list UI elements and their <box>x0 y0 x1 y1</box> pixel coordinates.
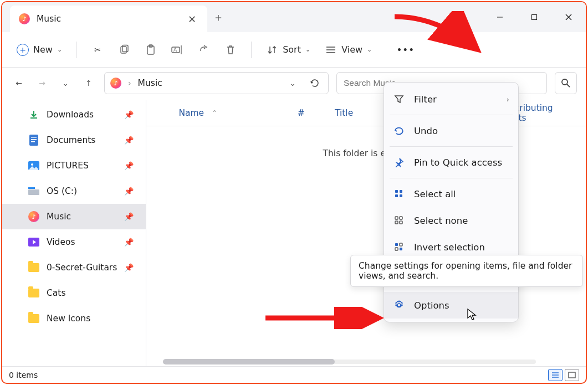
svg-rect-29 <box>569 372 575 378</box>
pictures-icon <box>28 160 40 172</box>
svg-rect-38 <box>395 243 398 246</box>
column-label: Title <box>335 108 353 118</box>
sidebar-item-downloads[interactable]: Downloads 📌 <box>2 102 146 127</box>
thumbnails-view-button[interactable] <box>565 369 579 381</box>
svg-text:A: A <box>173 47 177 53</box>
address-bar[interactable]: › Music ⌄ <box>104 72 329 94</box>
svg-rect-22 <box>28 189 39 195</box>
sidebar-item-documents[interactable]: Documents 📌 <box>2 127 146 153</box>
cut-button[interactable]: ✂ <box>86 39 109 61</box>
pin-icon: 📌 <box>124 110 134 119</box>
sidebar-item-new-icons[interactable]: New Icons <box>2 306 146 331</box>
column-label: Name <box>178 108 204 118</box>
chevron-down-icon: ⌄ <box>57 46 62 53</box>
document-icon <box>28 134 40 146</box>
menu-label: Select all <box>414 189 509 199</box>
pin-icon: 📌 <box>124 263 134 272</box>
search-icon <box>561 78 571 88</box>
view-button[interactable]: View ⌄ <box>319 39 377 61</box>
address-dropdown-button[interactable]: ⌄ <box>285 75 300 91</box>
svg-rect-34 <box>395 217 398 219</box>
menu-label: Undo <box>414 126 509 136</box>
up-button[interactable]: ↑ <box>81 75 96 91</box>
sidebar-item-pictures[interactable]: PICTURES 📌 <box>2 153 146 178</box>
column-label: # <box>298 108 305 118</box>
menu-label: Invert selection <box>414 242 509 253</box>
svg-point-14 <box>562 79 567 85</box>
item-count: 0 items <box>9 371 38 379</box>
select-none-icon <box>393 215 405 225</box>
refresh-button[interactable] <box>307 75 323 91</box>
window-controls <box>483 2 586 32</box>
list-icon <box>325 44 337 56</box>
sidebar-item-drive-c[interactable]: OS (C:) 📌 <box>2 178 146 204</box>
close-window-button[interactable] <box>551 2 586 32</box>
copy-button[interactable] <box>113 39 136 61</box>
drive-icon <box>28 185 40 197</box>
column-headers: Name ⌃ # Title Contributing artists <box>146 100 586 126</box>
svg-rect-17 <box>31 137 37 138</box>
undo-icon <box>393 126 405 136</box>
rename-button[interactable]: A <box>166 39 189 61</box>
menu-select-none[interactable]: Select none <box>384 207 518 234</box>
breadcrumb-folder[interactable]: Music <box>138 78 162 88</box>
sort-button[interactable]: Sort ⌄ <box>260 39 316 61</box>
command-bar: + New ⌄ ✂ A Sort ⌄ View ⌄ ••• <box>2 32 586 68</box>
view-toggle <box>548 369 579 381</box>
horizontal-scrollbar[interactable] <box>146 357 586 366</box>
menu-select-all[interactable]: Select all <box>384 181 518 207</box>
delete-button[interactable] <box>219 39 242 61</box>
sidebar-item-cats[interactable]: Cats <box>2 280 146 306</box>
chevron-right-icon: › <box>507 95 509 104</box>
svg-rect-32 <box>395 194 398 197</box>
copy-icon <box>118 44 130 56</box>
svg-rect-35 <box>400 217 402 219</box>
navigation-pane[interactable]: Downloads 📌 Documents 📌 PICTURES 📌 OS (C… <box>2 100 146 366</box>
new-tab-button[interactable]: ＋ <box>207 2 229 32</box>
sidebar-item-music[interactable]: Music 📌 <box>2 204 146 229</box>
svg-rect-41 <box>400 248 402 250</box>
search-button[interactable] <box>555 72 577 94</box>
chevron-down-icon: ⌄ <box>305 46 310 53</box>
music-icon <box>28 211 40 223</box>
recent-button[interactable]: ⌄ <box>58 75 73 91</box>
view-label: View <box>341 44 362 55</box>
back-button[interactable]: ← <box>11 75 27 91</box>
select-all-icon <box>393 189 405 199</box>
explorer-window: Music ✕ ＋ + New ⌄ ✂ A <box>1 1 587 384</box>
maximize-button[interactable] <box>517 2 551 32</box>
menu-label: Select none <box>414 215 509 226</box>
svg-rect-33 <box>400 194 402 197</box>
column-name[interactable]: Name ⌃ <box>168 108 287 118</box>
annotation-arrow-bottom <box>263 307 390 329</box>
folder-icon <box>28 261 40 274</box>
paste-button[interactable] <box>139 39 162 61</box>
share-icon <box>198 44 210 56</box>
menu-undo[interactable]: Undo <box>384 117 518 144</box>
pin-icon: 📌 <box>124 238 134 247</box>
share-button[interactable] <box>192 39 216 61</box>
sidebar-label: New Icons <box>47 314 134 324</box>
menu-filter[interactable]: Filter › <box>384 86 518 112</box>
menu-pin[interactable]: Pin to Quick access <box>384 149 518 176</box>
menu-options[interactable]: Options <box>384 292 518 319</box>
pin-icon: 📌 <box>124 187 134 196</box>
sidebar-item-secret-guitars[interactable]: 0-Secret-Guitars 📌 <box>2 255 146 280</box>
new-button[interactable]: + New ⌄ <box>11 39 68 61</box>
forward-button[interactable]: → <box>34 75 50 91</box>
sidebar-item-videos[interactable]: Videos 📌 <box>2 229 146 255</box>
column-number[interactable]: # <box>288 108 325 118</box>
active-tab[interactable]: Music ✕ <box>10 6 207 32</box>
sidebar-label: Music <box>47 212 117 222</box>
pin-icon: 📌 <box>124 161 134 170</box>
folder-icon <box>28 312 40 325</box>
svg-rect-19 <box>31 141 35 142</box>
details-view-button[interactable] <box>548 369 563 381</box>
music-icon <box>110 78 121 89</box>
annotation-arrow-top <box>389 11 489 61</box>
svg-rect-39 <box>400 243 402 246</box>
sort-icon <box>266 44 278 56</box>
close-tab-button[interactable]: ✕ <box>183 13 201 25</box>
sidebar-label: Downloads <box>47 110 117 120</box>
chevron-down-icon: ⌄ <box>367 46 372 53</box>
